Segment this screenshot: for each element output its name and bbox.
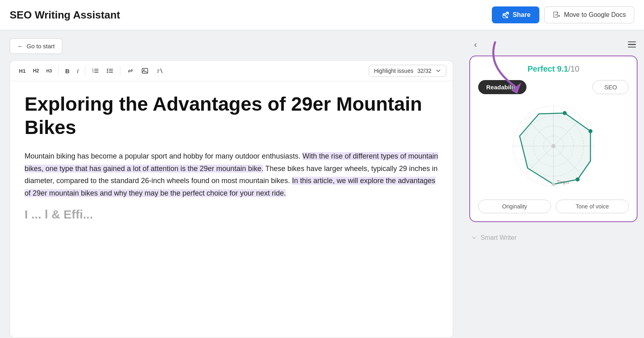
app-title: SEO Writing Assistant: [10, 9, 120, 21]
smart-writer-label: Smart Writer: [481, 234, 516, 241]
toolbar-divider-1: [58, 66, 59, 75]
ordered-list-button[interactable]: 1 2 3: [89, 66, 101, 76]
readability-tab[interactable]: Readability: [478, 80, 526, 94]
hamburger-menu-button[interactable]: [628, 41, 636, 48]
right-panel: ‹ Perfect 9.1/10 Readability SEO: [463, 30, 644, 338]
h3-button[interactable]: H3: [44, 67, 54, 75]
svg-point-21: [143, 70, 144, 71]
svg-point-14: [107, 69, 108, 70]
svg-point-35: [588, 129, 592, 133]
left-panel: ← Go to start H1 H2 H3 B I: [0, 30, 463, 338]
ordered-list-icon: 1 2 3: [92, 67, 99, 74]
chevron-down-icon: [436, 68, 441, 74]
radar-chart: Target: [497, 100, 610, 196]
back-arrow-icon: ←: [17, 43, 23, 49]
svg-text:Target: Target: [557, 179, 569, 184]
svg-point-34: [563, 111, 567, 115]
seo-tab[interactable]: SEO: [592, 80, 629, 94]
editor-content[interactable]: Exploring the Advantages of 29er Mountai…: [10, 81, 453, 338]
highlight-dropdown[interactable]: Highlight issues 32/32: [369, 65, 446, 77]
image-icon: [141, 67, 149, 74]
svg-point-16: [107, 72, 108, 73]
toolbar-divider-2: [85, 66, 85, 75]
share-button[interactable]: Share: [492, 6, 539, 23]
tone-of-voice-tab[interactable]: Tone of voice: [556, 200, 629, 213]
svg-point-36: [576, 177, 580, 181]
image-button[interactable]: [139, 66, 151, 76]
right-panel-header: ‹: [463, 30, 644, 56]
clear-format-button[interactable]: T: [153, 66, 165, 76]
svg-point-38: [551, 144, 555, 148]
svg-line-23: [161, 69, 162, 73]
score-value: 9.1: [557, 64, 568, 73]
faded-article-continuation: I ... l & Effi...: [25, 208, 438, 221]
link-button[interactable]: [124, 66, 136, 76]
unordered-list-icon: [106, 67, 114, 74]
highlight-label: Highlight issues: [374, 68, 413, 74]
svg-point-15: [107, 70, 108, 72]
body-plain: Mountain biking has become a popular spo…: [25, 152, 302, 160]
share-icon: [501, 10, 510, 19]
score-bottom-tabs: Originality Tone of voice: [478, 200, 629, 213]
main-layout: ← Go to start H1 H2 H3 B I: [0, 30, 644, 338]
score-tabs: Readability SEO: [478, 80, 629, 94]
header-actions: Share Move to Google Docs: [492, 6, 634, 23]
google-docs-label: Move to Google Docs: [564, 11, 626, 19]
google-docs-icon: [553, 11, 561, 19]
svg-text:T: T: [157, 68, 160, 74]
score-label: Perfect 9.1/10: [528, 64, 580, 74]
italic-button[interactable]: I: [74, 66, 81, 76]
svg-text:3: 3: [92, 71, 94, 73]
svg-marker-33: [520, 113, 590, 184]
go-start-label: Go to start: [27, 43, 55, 49]
h1-button[interactable]: H1: [17, 66, 28, 76]
score-card: Perfect 9.1/10 Readability SEO: [469, 56, 638, 222]
article-title: Exploring the Advantages of 29er Mountai…: [25, 93, 438, 139]
score-denom: /10: [568, 64, 580, 73]
radar-chart-container: Target: [497, 100, 610, 196]
smart-writer-bar: Smart Writer: [463, 229, 644, 247]
editor-toolbar: H1 H2 H3 B I: [10, 61, 453, 81]
right-header-left: ‹: [471, 38, 480, 51]
bold-button[interactable]: B: [63, 66, 72, 76]
h2-button[interactable]: H2: [31, 66, 41, 75]
go-to-start-button[interactable]: ← Go to start: [10, 38, 62, 54]
share-label: Share: [513, 11, 530, 19]
toolbar-divider-3: [120, 66, 120, 75]
link-icon: [127, 67, 134, 74]
highlight-count: 32/32: [417, 68, 431, 74]
header: SEO Writing Assistant Share Move t: [0, 0, 644, 30]
chevron-down-small-icon: [471, 235, 477, 241]
clear-format-icon: T: [156, 67, 163, 74]
score-text: Perfect: [528, 64, 555, 73]
article-body: Mountain biking has become a popular spo…: [25, 150, 438, 199]
unordered-list-button[interactable]: [104, 66, 116, 76]
google-docs-button[interactable]: Move to Google Docs: [544, 6, 634, 23]
editor-card: H1 H2 H3 B I: [10, 60, 453, 338]
left-chevron-button[interactable]: ‹: [471, 38, 480, 51]
svg-point-37: [552, 183, 555, 186]
originality-tab[interactable]: Originality: [478, 200, 551, 213]
